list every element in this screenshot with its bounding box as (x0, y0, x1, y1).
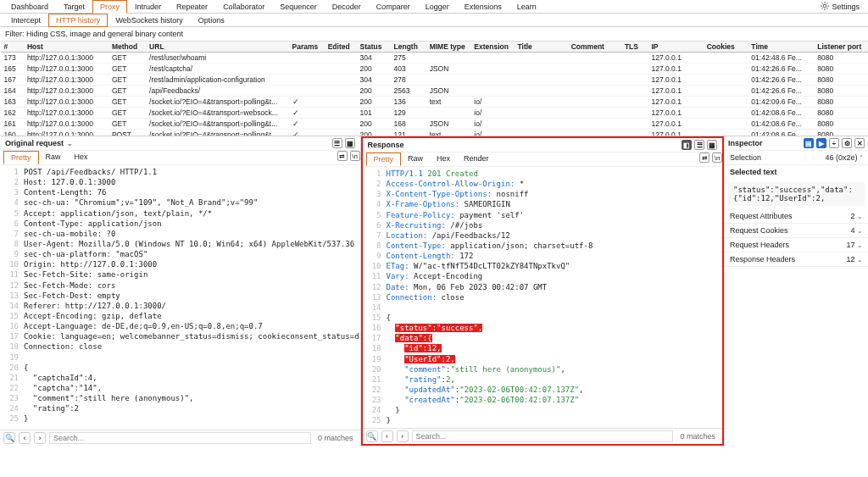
response-search-input[interactable] (412, 430, 674, 442)
col-time[interactable]: Time (748, 42, 814, 53)
tab-learn[interactable]: Learn (509, 0, 544, 14)
subtab-websockets-history[interactable]: WebSockets history (108, 14, 190, 27)
chevron-down-icon[interactable]: ⌄ (67, 140, 73, 147)
insp-tool-1[interactable]: ▤ (804, 138, 814, 148)
search-icon[interactable]: 🔍 (3, 432, 15, 444)
tab-dashboard[interactable]: Dashboard (3, 0, 56, 14)
col-listenerport[interactable]: Listener port (814, 42, 867, 53)
col-comment[interactable]: Comment (568, 42, 621, 53)
col-tls[interactable]: TLS (621, 42, 648, 53)
inspector-title: Inspector (728, 139, 763, 147)
svg-line-5 (822, 3, 823, 3)
svg-line-6 (827, 8, 828, 8)
col-status[interactable]: Status (357, 42, 391, 53)
tab-decoder[interactable]: Decoder (325, 0, 369, 14)
insp-tool-2[interactable]: ▶ (816, 138, 826, 148)
layout-btn-2[interactable]: ▦ (345, 138, 355, 148)
selected-text-value: "status":"success","data":{"id":12,"User… (728, 182, 865, 206)
layout-btn-1[interactable]: ☰ (332, 138, 342, 148)
history-table-wrap[interactable]: #HostMethodURLParamsEditedStatusLengthMI… (0, 42, 868, 136)
tab-repeater[interactable]: Repeater (169, 0, 215, 14)
inspector-row[interactable]: Request Cookies4 ⌄ (725, 224, 868, 238)
subtab-http-history[interactable]: HTTP history (48, 14, 108, 27)
table-row[interactable]: 167http://127.0.0.1:3000GET/rest/admin/a… (1, 75, 868, 86)
resp-layout-1[interactable]: ◧ (682, 140, 692, 150)
table-row[interactable]: 164http://127.0.0.1:3000GET/api/Feedback… (1, 86, 868, 97)
tab-proxy[interactable]: Proxy (92, 0, 127, 14)
inspector-row[interactable]: Response Headers12 ⌄ (725, 252, 868, 267)
tab-target[interactable]: Target (56, 0, 92, 14)
close-icon[interactable]: ✕ (854, 138, 865, 148)
table-row[interactable]: 162http://127.0.0.1:3000GET/socket.io/?E… (1, 108, 868, 119)
inspector-row[interactable]: Request Headers17 ⌄ (725, 238, 868, 252)
tab-extensions[interactable]: Extensions (457, 0, 509, 14)
table-row[interactable]: 173http://127.0.0.1:3000GET/rest/user/wh… (1, 53, 868, 64)
col-title[interactable]: Title (515, 42, 568, 53)
table-row[interactable]: 160http://127.0.0.1:3000POST/socket.io/?… (1, 130, 868, 137)
gear-icon (821, 2, 829, 12)
tab-intruder[interactable]: Intruder (127, 0, 169, 14)
col-[interactable]: # (1, 42, 24, 53)
tab-sequencer[interactable]: Sequencer (272, 0, 325, 14)
response-body[interactable]: 1HTTP/1.1 201 Created2Access-Control-All… (363, 167, 723, 428)
table-row[interactable]: 163http://127.0.0.1:3000GET/socket.io/?E… (1, 97, 868, 108)
request-body[interactable]: 1POST /api/Feedbacks/ HTTP/1.12Host: 127… (0, 165, 360, 430)
resp-tab-raw[interactable]: Raw (401, 153, 430, 166)
tab-logger[interactable]: Logger (418, 0, 457, 14)
svg-line-8 (827, 3, 828, 3)
resp-newline-toggle[interactable]: \n (712, 153, 722, 163)
request-matches: 0 matches (314, 434, 357, 442)
inspector-selection-row[interactable]: Selection 46 (0x2e) ˄ (725, 151, 868, 165)
col-extension[interactable]: Extension (470, 42, 514, 53)
search-icon[interactable]: 🔍 (366, 430, 378, 442)
filter-bar[interactable]: Filter: Hiding CSS, image and general bi… (0, 27, 868, 42)
table-row[interactable]: 165http://127.0.0.1:3000GET/rest/captcha… (1, 64, 868, 75)
insp-tool-expand[interactable]: ÷ (829, 138, 839, 148)
req-tab-raw[interactable]: Raw (39, 151, 68, 164)
resp-layout-3[interactable]: ▦ (707, 140, 717, 150)
settings-button[interactable]: Settings (815, 0, 865, 14)
next-match-button[interactable]: › (34, 432, 46, 444)
main-tabs: Dashboard Target Proxy Intruder Repeater… (0, 0, 868, 14)
resp-layout-2[interactable]: ☰ (694, 140, 704, 150)
inspector-panel: Inspector ▤ ▶ ÷ ⚙ ✕ Selection 46 (0x2e) … (724, 136, 868, 446)
gear-icon[interactable]: ⚙ (842, 138, 852, 148)
col-host[interactable]: Host (24, 42, 108, 53)
next-match-button[interactable]: › (397, 430, 409, 442)
prev-match-button[interactable]: ‹ (381, 430, 393, 442)
request-title: Original request (5, 139, 64, 147)
req-tab-hex[interactable]: Hex (68, 151, 95, 164)
col-mimetype[interactable]: MIME type (426, 42, 471, 53)
req-newline-toggle[interactable]: \n (350, 151, 360, 161)
chevron-up-icon: ˄ (860, 154, 863, 162)
resp-tab-hex[interactable]: Hex (430, 153, 457, 166)
resp-tab-render[interactable]: Render (457, 153, 496, 166)
col-method[interactable]: Method (108, 42, 146, 53)
subtab-options[interactable]: Options (191, 14, 232, 27)
col-cookies[interactable]: Cookies (704, 42, 748, 53)
col-length[interactable]: Length (391, 42, 426, 53)
svg-point-0 (824, 4, 827, 8)
req-wrap-toggle[interactable]: ⇄ (337, 151, 348, 161)
subtab-intercept[interactable]: Intercept (3, 14, 48, 27)
col-url[interactable]: URL (146, 42, 288, 53)
request-panel: Original request ⌄ ☰ ▦ Pretty Raw Hex ⇄ … (0, 136, 361, 446)
svg-line-7 (822, 8, 823, 8)
prev-match-button[interactable]: ‹ (19, 432, 31, 444)
table-row[interactable]: 161http://127.0.0.1:3000GET/socket.io/?E… (1, 119, 868, 130)
response-panel: Response ◧ ☰ ▦ Pretty Raw Hex Render ⇄ \… (361, 136, 725, 446)
col-ip[interactable]: IP (648, 42, 703, 53)
proxy-sub-tabs: Intercept HTTP history WebSockets histor… (0, 14, 868, 27)
resp-tab-pretty[interactable]: Pretty (366, 153, 402, 166)
selected-text-label: Selected text (725, 165, 868, 179)
settings-label: Settings (832, 3, 860, 11)
req-tab-pretty[interactable]: Pretty (3, 151, 39, 164)
resp-wrap-toggle[interactable]: ⇄ (699, 153, 709, 163)
request-search-input[interactable] (49, 432, 311, 444)
response-matches: 0 matches (676, 432, 719, 441)
col-params[interactable]: Params (289, 42, 325, 53)
col-edited[interactable]: Edited (325, 42, 357, 53)
inspector-row[interactable]: Request Attributes2 ⌄ (725, 209, 868, 224)
tab-comparer[interactable]: Comparer (369, 0, 418, 14)
tab-collaborator[interactable]: Collaborator (215, 0, 272, 14)
